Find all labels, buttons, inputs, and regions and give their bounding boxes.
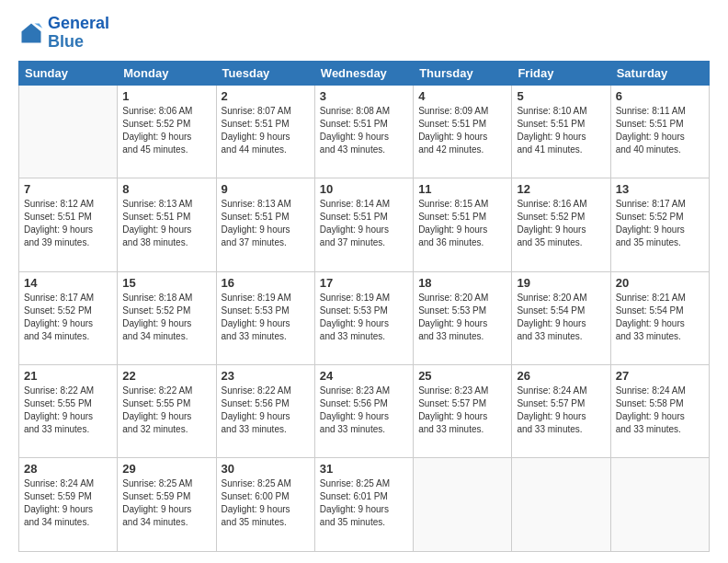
day-info: Sunrise: 8:25 AM Sunset: 5:59 PM Dayligh… [122, 477, 210, 529]
day-info: Sunrise: 8:09 AM Sunset: 5:51 PM Dayligh… [418, 105, 506, 156]
calendar-cell: 30Sunrise: 8:25 AM Sunset: 6:00 PM Dayli… [216, 458, 314, 552]
calendar-cell: 21Sunrise: 8:22 AM Sunset: 5:55 PM Dayli… [19, 365, 118, 458]
calendar-cell: 1Sunrise: 8:06 AM Sunset: 5:52 PM Daylig… [118, 85, 216, 178]
calendar-cell: 8Sunrise: 8:13 AM Sunset: 5:51 PM Daylig… [118, 178, 216, 271]
weekday-header-tuesday: Tuesday [216, 61, 314, 85]
calendar-cell: 18Sunrise: 8:20 AM Sunset: 5:53 PM Dayli… [414, 271, 512, 364]
day-info: Sunrise: 8:19 AM Sunset: 5:53 PM Dayligh… [320, 292, 408, 343]
calendar-cell: 2Sunrise: 8:07 AM Sunset: 5:51 PM Daylig… [216, 85, 314, 178]
day-info: Sunrise: 8:13 AM Sunset: 5:51 PM Dayligh… [122, 198, 210, 249]
day-info: Sunrise: 8:17 AM Sunset: 5:52 PM Dayligh… [616, 198, 704, 249]
day-number: 18 [418, 276, 506, 290]
day-number: 8 [122, 182, 210, 196]
day-number: 13 [616, 182, 704, 196]
day-info: Sunrise: 8:13 AM Sunset: 5:51 PM Dayligh… [222, 198, 310, 249]
day-number: 12 [517, 182, 605, 196]
weekday-header-thursday: Thursday [414, 61, 512, 85]
calendar-cell: 25Sunrise: 8:23 AM Sunset: 5:57 PM Dayli… [414, 365, 512, 458]
weekday-header-saturday: Saturday [610, 61, 709, 85]
day-info: Sunrise: 8:24 AM Sunset: 5:58 PM Dayligh… [616, 385, 704, 436]
day-info: Sunrise: 8:14 AM Sunset: 5:51 PM Dayligh… [320, 198, 408, 249]
day-number: 10 [320, 182, 408, 196]
calendar-cell: 15Sunrise: 8:18 AM Sunset: 5:52 PM Dayli… [118, 271, 216, 364]
day-info: Sunrise: 8:16 AM Sunset: 5:52 PM Dayligh… [517, 198, 605, 249]
day-info: Sunrise: 8:24 AM Sunset: 5:59 PM Dayligh… [24, 477, 112, 529]
header: General Blue [18, 15, 710, 52]
day-number: 27 [616, 369, 704, 383]
day-info: Sunrise: 8:11 AM Sunset: 5:51 PM Dayligh… [616, 105, 704, 156]
day-number: 7 [24, 182, 112, 196]
day-number: 14 [24, 276, 112, 290]
calendar-cell: 16Sunrise: 8:19 AM Sunset: 5:53 PM Dayli… [216, 271, 314, 364]
day-info: Sunrise: 8:25 AM Sunset: 6:00 PM Dayligh… [222, 477, 310, 529]
page: General Blue SundayMondayTuesdayWednesda… [0, 0, 728, 563]
day-info: Sunrise: 8:21 AM Sunset: 5:54 PM Dayligh… [616, 292, 704, 343]
day-number: 21 [24, 369, 112, 383]
day-info: Sunrise: 8:22 AM Sunset: 5:55 PM Dayligh… [122, 385, 210, 436]
calendar-cell: 23Sunrise: 8:22 AM Sunset: 5:56 PM Dayli… [216, 365, 314, 458]
day-number: 26 [517, 369, 605, 383]
calendar-cell: 14Sunrise: 8:17 AM Sunset: 5:52 PM Dayli… [19, 271, 118, 364]
calendar-week-row: 14Sunrise: 8:17 AM Sunset: 5:52 PM Dayli… [19, 271, 710, 364]
weekday-header-wednesday: Wednesday [314, 61, 413, 85]
day-info: Sunrise: 8:07 AM Sunset: 5:51 PM Dayligh… [222, 105, 310, 156]
day-number: 24 [320, 369, 408, 383]
svg-marker-0 [22, 23, 41, 42]
day-info: Sunrise: 8:12 AM Sunset: 5:51 PM Dayligh… [24, 198, 112, 249]
day-info: Sunrise: 8:20 AM Sunset: 5:53 PM Dayligh… [418, 292, 506, 343]
day-info: Sunrise: 8:17 AM Sunset: 5:52 PM Dayligh… [24, 292, 112, 343]
day-number: 2 [222, 89, 310, 103]
calendar-cell: 24Sunrise: 8:23 AM Sunset: 5:56 PM Dayli… [314, 365, 413, 458]
day-number: 4 [418, 89, 506, 103]
day-info: Sunrise: 8:24 AM Sunset: 5:57 PM Dayligh… [517, 385, 605, 436]
calendar-cell: 9Sunrise: 8:13 AM Sunset: 5:51 PM Daylig… [216, 178, 314, 271]
calendar-cell: 22Sunrise: 8:22 AM Sunset: 5:55 PM Dayli… [118, 365, 216, 458]
day-number: 30 [222, 462, 310, 476]
day-info: Sunrise: 8:08 AM Sunset: 5:51 PM Dayligh… [320, 105, 408, 156]
calendar-cell: 6Sunrise: 8:11 AM Sunset: 5:51 PM Daylig… [610, 85, 709, 178]
day-info: Sunrise: 8:23 AM Sunset: 5:57 PM Dayligh… [418, 385, 506, 436]
day-info: Sunrise: 8:10 AM Sunset: 5:51 PM Dayligh… [517, 105, 605, 156]
day-number: 25 [418, 369, 506, 383]
weekday-header-sunday: Sunday [19, 61, 118, 85]
calendar-cell: 12Sunrise: 8:16 AM Sunset: 5:52 PM Dayli… [512, 178, 610, 271]
day-number: 9 [222, 182, 310, 196]
day-number: 20 [616, 276, 704, 290]
day-info: Sunrise: 8:18 AM Sunset: 5:52 PM Dayligh… [122, 292, 210, 343]
logo: General Blue [18, 15, 109, 52]
calendar-cell: 13Sunrise: 8:17 AM Sunset: 5:52 PM Dayli… [610, 178, 709, 271]
day-number: 6 [616, 89, 704, 103]
calendar-cell: 11Sunrise: 8:15 AM Sunset: 5:51 PM Dayli… [414, 178, 512, 271]
day-info: Sunrise: 8:19 AM Sunset: 5:53 PM Dayligh… [222, 292, 310, 343]
calendar-cell [414, 458, 512, 552]
day-number: 28 [24, 462, 112, 476]
day-number: 11 [418, 182, 506, 196]
calendar-cell: 28Sunrise: 8:24 AM Sunset: 5:59 PM Dayli… [19, 458, 118, 552]
day-info: Sunrise: 8:15 AM Sunset: 5:51 PM Dayligh… [418, 198, 506, 249]
calendar-cell: 29Sunrise: 8:25 AM Sunset: 5:59 PM Dayli… [118, 458, 216, 552]
day-info: Sunrise: 8:25 AM Sunset: 6:01 PM Dayligh… [320, 477, 408, 529]
day-number: 31 [320, 462, 408, 476]
weekday-header-monday: Monday [118, 61, 216, 85]
calendar-table: SundayMondayTuesdayWednesdayThursdayFrid… [18, 61, 710, 552]
logo-icon [18, 20, 44, 46]
calendar-cell: 27Sunrise: 8:24 AM Sunset: 5:58 PM Dayli… [610, 365, 709, 458]
calendar-week-row: 1Sunrise: 8:06 AM Sunset: 5:52 PM Daylig… [19, 85, 710, 178]
day-number: 1 [122, 89, 210, 103]
calendar-cell [512, 458, 610, 552]
calendar-week-row: 28Sunrise: 8:24 AM Sunset: 5:59 PM Dayli… [19, 458, 710, 552]
calendar-header-row: SundayMondayTuesdayWednesdayThursdayFrid… [19, 61, 710, 85]
calendar-cell: 19Sunrise: 8:20 AM Sunset: 5:54 PM Dayli… [512, 271, 610, 364]
calendar-week-row: 7Sunrise: 8:12 AM Sunset: 5:51 PM Daylig… [19, 178, 710, 271]
day-info: Sunrise: 8:22 AM Sunset: 5:56 PM Dayligh… [222, 385, 310, 436]
day-number: 22 [122, 369, 210, 383]
day-info: Sunrise: 8:23 AM Sunset: 5:56 PM Dayligh… [320, 385, 408, 436]
day-number: 3 [320, 89, 408, 103]
day-number: 29 [122, 462, 210, 476]
day-number: 17 [320, 276, 408, 290]
day-number: 16 [222, 276, 310, 290]
calendar-cell [610, 458, 709, 552]
calendar-cell: 31Sunrise: 8:25 AM Sunset: 6:01 PM Dayli… [314, 458, 413, 552]
calendar-week-row: 21Sunrise: 8:22 AM Sunset: 5:55 PM Dayli… [19, 365, 710, 458]
day-info: Sunrise: 8:20 AM Sunset: 5:54 PM Dayligh… [517, 292, 605, 343]
